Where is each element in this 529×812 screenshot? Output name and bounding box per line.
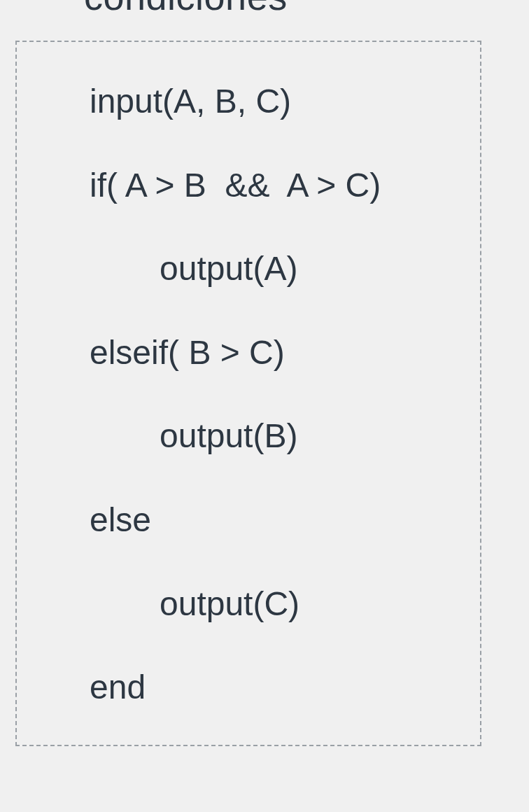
pseudocode-block: input(A, B, C) if( A > B && A > C) outpu… [15, 41, 481, 746]
code-line: end [90, 667, 480, 708]
section-heading: condiciones [84, 0, 288, 18]
code-line: input(A, B, C) [90, 81, 480, 122]
code-line: output(B) [90, 416, 480, 456]
code-line: output(A) [90, 248, 480, 289]
code-line: else [90, 500, 480, 540]
code-line: output(C) [90, 584, 480, 624]
code-line: elseif( B > C) [90, 332, 480, 373]
code-line: if( A > B && A > C) [90, 165, 480, 206]
